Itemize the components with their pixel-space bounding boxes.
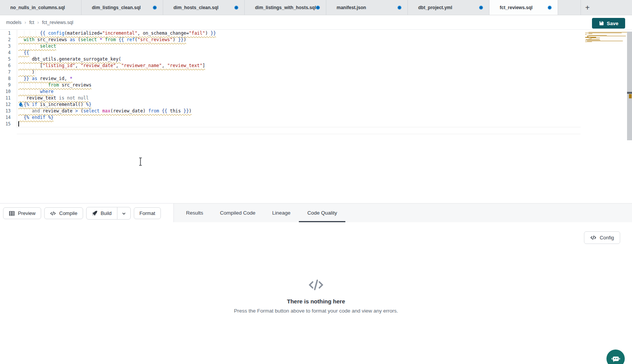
editor-tab-dbt_project.yml[interactable]: dbt_project.yml — [408, 0, 489, 15]
panel-tab-bar: ResultsCompiled CodeLineageCode Quality — [173, 204, 632, 222]
code-line-10[interactable]: where — [18, 88, 582, 95]
code-token: * — [70, 76, 72, 81]
empty-state: There is nothing here Press the Format b… — [0, 279, 632, 314]
code-token: {{ — [162, 108, 170, 114]
minimap[interactable] — [584, 30, 627, 75]
button-label: Compile — [59, 210, 77, 216]
plus-icon: + — [585, 3, 590, 12]
panel-tab-compiled-code[interactable]: Compiled Code — [212, 204, 264, 222]
code-line-text: where — [18, 89, 53, 94]
code-token: , on_schema_change= — [138, 30, 189, 36]
table-icon — [9, 210, 15, 216]
button-label: Preview — [18, 210, 35, 216]
line-number: 14 — [0, 114, 12, 121]
code-line-6[interactable]: ["listing_id", "review_date", "reviewer_… — [18, 63, 582, 69]
save-button[interactable]: Save — [592, 18, 625, 29]
chatbot-icon — [611, 354, 621, 364]
editor-tab-no_nulls_in_columns.sql[interactable]: no_nulls_in_columns.sql — [0, 0, 82, 15]
code-token: from — [105, 37, 115, 42]
results-panel: Config There is nothing here Press the F… — [0, 222, 632, 364]
editor-tab-fct_reviews.sql[interactable]: fct_reviews.sql — [489, 0, 558, 15]
editor-tab-dim_listings_with_hosts.sql[interactable]: dim_listings_with_hosts.sql — [245, 0, 326, 15]
panel-tab-results[interactable]: Results — [178, 204, 212, 222]
code-line-2[interactable]: with src_reviews as (select * from {{ re… — [18, 37, 582, 43]
code-line-4[interactable]: {{ — [18, 50, 582, 56]
compile-button[interactable]: Compile — [44, 207, 83, 219]
chevron-down-icon — [122, 211, 126, 216]
scrollbar-thumb[interactable] — [627, 92, 632, 94]
code-area[interactable]: {{ config(materialized="incremental", on… — [18, 30, 582, 127]
line-number: 9 — [0, 82, 12, 88]
code-token: review_date — [40, 108, 75, 114]
code-line-5[interactable]: dbt_utils.generate_surrogate_key( — [18, 56, 582, 63]
code-token: , — [116, 63, 121, 68]
minimap-line-mark — [585, 42, 592, 42]
code-line-13[interactable]: and review_date > (select max(review_dat… — [18, 108, 582, 114]
minimap-line-mark — [585, 34, 587, 35]
code-line-15[interactable] — [18, 121, 582, 127]
line-number: 5 — [0, 56, 12, 63]
code-token: }} — [175, 37, 183, 42]
code-token: {{ — [119, 37, 127, 42]
editor-gutter: 123456789101112131415 — [0, 30, 12, 127]
code-token: as — [70, 37, 75, 42]
code-token: where — [40, 89, 54, 94]
code-token — [18, 50, 24, 55]
code-line-text: {% endif %} — [18, 115, 53, 120]
editor-tab-dim_hosts_clean.sql[interactable]: dim_hosts_clean.sql — [163, 0, 245, 15]
code-line-text: {{ config(materialized="incremental", on… — [18, 30, 216, 36]
minimap-line-mark — [589, 34, 592, 34]
code-token: (review_date) — [111, 108, 148, 114]
jinja-droplet-icon[interactable] — [19, 102, 23, 107]
code-line-3[interactable]: select — [18, 43, 582, 50]
empty-state-subtitle: Press the Format button above to format … — [0, 308, 632, 314]
code-token — [18, 37, 24, 42]
code-token: %} — [45, 115, 53, 120]
code-line-9[interactable]: from src_reviews — [18, 82, 582, 88]
line-number: 3 — [0, 43, 12, 50]
minimap-line-mark — [587, 41, 623, 41]
code-token — [116, 37, 119, 42]
editor-tab-bar: no_nulls_in_columns.sqldim_listings_clea… — [0, 0, 632, 15]
code-token: {% — [24, 102, 32, 107]
minimap-line-mark — [589, 36, 626, 36]
code-token: src_reviews — [35, 37, 70, 42]
code-line-12[interactable]: {% if is_incremental() %} — [18, 101, 582, 108]
breadcrumb-item-fct[interactable]: fct — [29, 20, 34, 25]
minimap-line-mark — [587, 35, 607, 35]
breadcrumb-item-models[interactable]: models — [6, 20, 21, 25]
code-line-text: select — [18, 43, 56, 49]
build-menu-button[interactable] — [117, 207, 130, 219]
code-line-14[interactable]: {% endif %} — [18, 114, 582, 121]
editor-tab-manifest.json[interactable]: manifest.json — [326, 0, 408, 15]
code-token: {{ — [24, 50, 29, 55]
preview-button[interactable]: Preview — [3, 207, 41, 219]
code-line-text: ["listing_id", "review_date", "reviewer_… — [18, 63, 205, 68]
editor-scrollbar[interactable] — [627, 32, 632, 140]
config-button[interactable]: Config — [584, 231, 620, 244]
code-token: {% — [24, 115, 32, 120]
code-line-1[interactable]: {{ config(materialized="incremental", on… — [18, 30, 582, 37]
panel-tab-code-quality[interactable]: Code Quality — [299, 204, 345, 222]
code-line-11[interactable]: review_text is not null — [18, 95, 582, 101]
code-token: }} — [210, 30, 216, 36]
button-label: Build — [101, 210, 112, 216]
editor-tab-dim_listings_clean.sql[interactable]: dim_listings_clean.sql — [82, 0, 163, 15]
dbt-ide-window: no_nulls_in_columns.sqldim_listings_clea… — [0, 0, 632, 364]
code-token — [18, 76, 24, 81]
panel-tab-lineage[interactable]: Lineage — [264, 204, 299, 222]
code-token: ) — [18, 69, 35, 75]
new-tab-button[interactable]: + — [581, 0, 594, 15]
code-token: (materialized= — [64, 30, 102, 36]
code-line-8[interactable]: }} as review_id, * — [18, 75, 582, 82]
breadcrumb-item-fct_reviews.sql[interactable]: fct_reviews.sql — [42, 20, 73, 25]
format-button[interactable]: Format — [134, 207, 161, 219]
build-button[interactable]: Build — [87, 207, 117, 219]
tab-label: dim_listings_clean.sql — [92, 5, 141, 10]
code-token: ( — [78, 108, 83, 114]
code-line-text: dbt_utils.generate_surrogate_key( — [18, 56, 121, 62]
code-token: select — [80, 37, 97, 42]
code-line-7[interactable]: ) — [18, 69, 582, 75]
code-token: if — [32, 102, 37, 107]
code-token: "fail" — [189, 30, 205, 36]
